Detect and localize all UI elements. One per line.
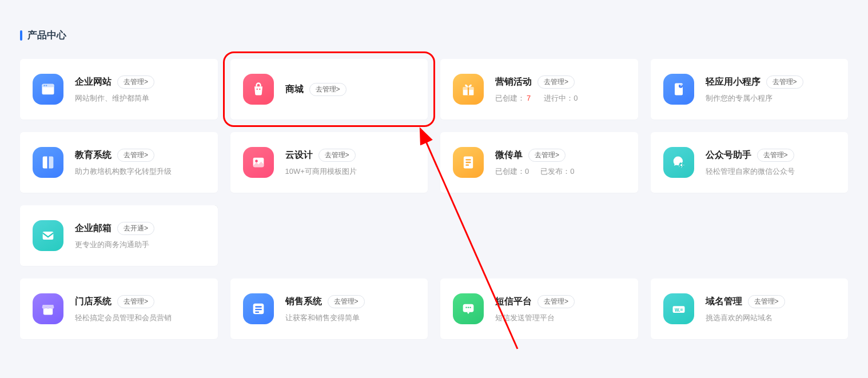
svg-point-13 — [255, 160, 258, 162]
manage-button[interactable]: 去管理> — [117, 75, 154, 89]
card-title: 企业网站 — [75, 76, 112, 88]
domain-icon: W.= — [663, 293, 694, 324]
svg-rect-20 — [43, 232, 54, 240]
card-title: 云设计 — [285, 149, 313, 161]
card-miniapp[interactable]: 轻应用小程序 去管理> 制作您的专属小程序 — [651, 59, 849, 120]
svg-rect-11 — [47, 157, 49, 169]
svg-point-5 — [259, 89, 260, 90]
manage-button[interactable]: 去管理> — [748, 295, 785, 308]
envelope-icon — [33, 220, 63, 251]
card-desc: 助力教培机构数字化转型升级 — [75, 166, 204, 177]
svg-rect-28 — [469, 307, 471, 308]
card-title: 微传单 — [495, 149, 523, 161]
open-button[interactable]: 去开通> — [117, 222, 154, 235]
card-domain[interactable]: W.= 域名管理 去管理> 挑选喜欢的网站域名 — [651, 278, 849, 339]
manage-button[interactable]: 去管理> — [328, 295, 365, 308]
card-stats: 已创建：7进行中：0 — [495, 93, 624, 104]
product-grid: 企业网站 去管理> 网站制作、维护都简单 商城 去管理> — [20, 59, 848, 339]
svg-rect-26 — [465, 307, 467, 308]
gift-icon — [453, 74, 484, 105]
card-design[interactable]: 云设计 去管理> 10W+可商用模板图片 — [230, 132, 428, 193]
section-header: 产品中心 — [20, 29, 848, 42]
card-desc: 更专业的商务沟通助手 — [75, 240, 204, 250]
manage-button[interactable]: 去管理> — [757, 149, 794, 162]
svg-point-19 — [680, 164, 682, 166]
card-desc: 短信发送管理平台 — [495, 313, 624, 323]
card-desc: 制作您的专属小程序 — [706, 93, 834, 104]
card-desc: 让获客和销售变得简单 — [285, 313, 414, 323]
card-title: 商城 — [285, 83, 304, 96]
manage-button[interactable]: 去管理> — [537, 75, 575, 89]
svg-rect-16 — [465, 162, 471, 163]
flyer-icon — [453, 147, 484, 178]
card-flyer[interactable]: 微传单 去管理> 已创建：0已发布：0 — [440, 132, 638, 193]
shopping-bag-icon — [243, 74, 274, 105]
store-icon — [33, 293, 63, 324]
website-icon — [33, 74, 63, 105]
card-email[interactable]: 企业邮箱 去开通> 更专业的商务沟通助手 — [20, 205, 218, 266]
card-desc: 挑选喜欢的网站域名 — [706, 313, 834, 323]
card-marketing[interactable]: 营销活动 去管理> 已创建：7进行中：0 — [440, 59, 638, 120]
svg-rect-8 — [468, 87, 469, 96]
card-desc: 网站制作、维护都简单 — [75, 93, 204, 104]
svg-text:W.=: W.= — [675, 308, 683, 313]
manage-button[interactable]: 去管理> — [309, 83, 347, 96]
manage-button[interactable]: 去管理> — [537, 295, 575, 308]
svg-rect-17 — [465, 165, 469, 166]
section-marker — [20, 30, 22, 41]
card-title: 短信平台 — [495, 296, 532, 308]
svg-rect-22 — [255, 306, 262, 307]
card-desc: 轻松管理自家的微信公众号 — [706, 166, 834, 177]
section-title: 产品中心 — [27, 29, 66, 42]
card-title: 公众号助手 — [706, 149, 751, 161]
svg-rect-24 — [255, 312, 259, 313]
card-stats: 已创建：0已发布：0 — [495, 166, 624, 177]
svg-rect-27 — [468, 307, 469, 308]
card-title: 轻应用小程序 — [706, 76, 761, 88]
image-icon — [243, 147, 274, 178]
card-title: 门店系统 — [75, 296, 112, 308]
card-edu[interactable]: 教育系统 去管理> 助力教培机构数字化转型升级 — [20, 132, 218, 193]
manage-button[interactable]: 去管理> — [766, 75, 803, 89]
list-icon — [243, 293, 274, 324]
manage-button[interactable]: 去管理> — [528, 149, 566, 162]
message-icon — [453, 293, 484, 324]
svg-point-2 — [43, 85, 45, 86]
card-crm[interactable]: 销售系统 去管理> 让获客和销售变得简单 — [230, 278, 428, 339]
card-desc: 轻松搞定会员管理和会员营销 — [75, 313, 204, 323]
card-sms[interactable]: 短信平台 去管理> 短信发送管理平台 — [440, 278, 638, 339]
card-desc: 10W+可商用模板图片 — [285, 166, 414, 177]
card-title: 教育系统 — [75, 149, 112, 161]
manage-button[interactable]: 去管理> — [117, 149, 154, 162]
chat-gear-icon — [663, 147, 694, 178]
svg-point-4 — [256, 89, 257, 90]
svg-point-3 — [46, 85, 47, 86]
svg-rect-15 — [465, 159, 471, 160]
book-icon — [33, 147, 63, 178]
card-title: 营销活动 — [495, 76, 532, 88]
miniapp-icon — [663, 74, 694, 105]
card-title: 域名管理 — [706, 296, 742, 308]
manage-button[interactable]: 去管理> — [318, 149, 356, 162]
manage-button[interactable]: 去管理> — [117, 295, 154, 308]
card-website[interactable]: 企业网站 去管理> 网站制作、维护都简单 — [20, 59, 218, 120]
card-mall[interactable]: 商城 去管理> — [230, 59, 428, 120]
card-title: 企业邮箱 — [75, 222, 112, 234]
card-store[interactable]: 门店系统 去管理> 轻松搞定会员管理和会员营销 — [20, 278, 218, 339]
card-title: 销售系统 — [285, 296, 322, 308]
card-wechat[interactable]: 公众号助手 去管理> 轻松管理自家的微信公众号 — [651, 132, 849, 193]
svg-rect-23 — [255, 309, 262, 310]
